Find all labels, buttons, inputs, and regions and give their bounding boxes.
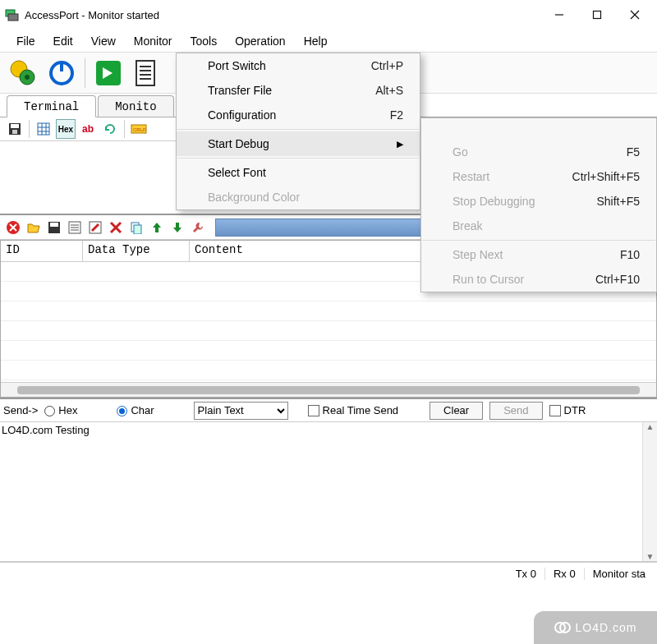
menu-view[interactable]: View: [83, 31, 124, 51]
menu-item-run-to-cursor: Run to CursorCtrl+F10: [421, 267, 656, 292]
menu-edit[interactable]: Edit: [45, 31, 81, 51]
menu-item-port-switch[interactable]: Port SwitchCtrl+P: [177, 53, 420, 78]
status-rx: Rx 0: [545, 568, 585, 580]
table-row[interactable]: [1, 321, 656, 341]
col-datatype[interactable]: Data Type: [83, 241, 190, 261]
separator: [29, 120, 30, 138]
menu-item-go: GoF5: [421, 140, 656, 164]
tab-monitor[interactable]: Monito: [98, 95, 173, 117]
send-text-input[interactable]: LO4D.com Testing: [0, 422, 642, 561]
minimize-button[interactable]: [540, 2, 578, 27]
svg-rect-12: [136, 61, 154, 85]
gears-icon[interactable]: [7, 57, 41, 90]
menu-separator: [422, 240, 655, 241]
document-icon[interactable]: [129, 57, 163, 90]
realtime-checkbox[interactable]: Real Time Send: [308, 404, 399, 417]
status-monitor: Monitor sta: [585, 568, 654, 580]
menu-operation[interactable]: Operation: [227, 31, 293, 51]
table-row[interactable]: [1, 341, 656, 361]
menu-separator: [177, 158, 419, 159]
chevron-right-icon: ▶: [372, 139, 403, 150]
table-row[interactable]: [1, 301, 656, 321]
edit-icon[interactable]: [85, 218, 105, 237]
statusbar: Tx 0 Rx 0 Monitor sta: [0, 562, 657, 585]
tools-menu: Port SwitchCtrl+PTransfer FileAlt+SConfi…: [176, 53, 420, 210]
menu-item-transfer-file[interactable]: Transfer FileAlt+S: [177, 78, 420, 103]
menu-file[interactable]: File: [8, 31, 44, 51]
menu-tools[interactable]: Tools: [181, 31, 225, 51]
menu-item-background-color: Background Color: [177, 185, 420, 209]
menu-item-stop-debugging: Stop DebuggingShift+F5: [421, 189, 656, 214]
menu-item-step-next: Step NextF10: [421, 242, 656, 267]
table-row[interactable]: [1, 361, 656, 380]
dtr-checkbox[interactable]: DTR: [549, 404, 586, 417]
delete-icon[interactable]: [3, 218, 23, 237]
radio-char[interactable]: Char: [117, 404, 154, 416]
svg-rect-18: [11, 124, 19, 128]
grid-icon[interactable]: [34, 119, 53, 139]
send-row: Send-> Hex Char Plain Text Real Time Sen…: [0, 398, 657, 422]
svg-rect-40: [134, 225, 141, 234]
radio-hex[interactable]: Hex: [44, 404, 77, 416]
menu-item-configuration[interactable]: ConfigurationF2: [177, 103, 420, 127]
save2-icon[interactable]: [44, 218, 64, 237]
copy-icon[interactable]: [126, 218, 146, 237]
crlf-icon[interactable]: CRLF: [129, 119, 149, 139]
menu-item-select-font[interactable]: Select Font: [177, 160, 420, 185]
app-icon: [5, 7, 20, 22]
close-button[interactable]: [616, 2, 654, 27]
open-icon[interactable]: [24, 218, 44, 237]
watermark: LO4D.com: [534, 611, 657, 644]
tab-terminal[interactable]: Terminal: [7, 95, 96, 117]
v-scrollbar[interactable]: ▲ ▼: [642, 422, 657, 561]
svg-rect-3: [594, 12, 601, 19]
menu-help[interactable]: Help: [296, 31, 336, 51]
menu-separator: [177, 129, 419, 130]
save-icon[interactable]: [5, 119, 25, 139]
format-select[interactable]: Plain Text: [194, 402, 288, 420]
send-label: Send->: [3, 404, 38, 416]
svg-point-8: [25, 75, 30, 80]
maximize-button[interactable]: [578, 2, 616, 27]
menu-item-break: Break: [421, 214, 656, 238]
svg-rect-1: [8, 14, 18, 21]
menu-item-start-debug[interactable]: Start Debug▶: [177, 131, 420, 156]
debug-submenu: GoF5RestartCtrl+Shift+F5Stop DebuggingSh…: [420, 117, 657, 292]
list-icon[interactable]: [65, 218, 85, 237]
wrench-icon[interactable]: [188, 218, 208, 237]
arrow-right-icon[interactable]: [91, 57, 126, 90]
svg-rect-20: [38, 123, 49, 135]
titlebar: AccessPort - Monitor started: [0, 0, 657, 30]
svg-text:CRLF: CRLF: [133, 127, 146, 132]
separator: [124, 120, 125, 138]
scroll-up-icon[interactable]: ▲: [646, 422, 655, 431]
up-arrow-icon[interactable]: [147, 218, 167, 237]
ab-icon[interactable]: ab: [78, 119, 98, 139]
menubar: File Edit View Monitor Tools Operation H…: [0, 30, 657, 53]
hex-toggle[interactable]: Hex: [56, 119, 76, 139]
menu-item-restart: RestartCtrl+Shift+F5: [421, 164, 656, 189]
power-icon[interactable]: [44, 57, 79, 90]
down-arrow-icon[interactable]: [168, 218, 187, 237]
h-scrollbar[interactable]: [1, 382, 656, 397]
svg-rect-31: [50, 223, 58, 227]
x-icon[interactable]: [106, 218, 126, 237]
window-title: AccessPort - Monitor started: [25, 9, 159, 21]
input-area: LO4D.com Testing ▲ ▼: [0, 422, 657, 562]
col-id[interactable]: ID: [1, 241, 83, 261]
scroll-down-icon[interactable]: ▼: [646, 552, 655, 561]
refresh-icon[interactable]: [100, 119, 120, 139]
svg-rect-19: [12, 130, 17, 134]
menu-monitor[interactable]: Monitor: [126, 31, 181, 51]
clear-button[interactable]: Clear: [430, 402, 483, 420]
toolbar-separator: [85, 58, 85, 88]
status-tx: Tx 0: [508, 568, 545, 580]
send-button[interactable]: Send: [489, 402, 542, 420]
